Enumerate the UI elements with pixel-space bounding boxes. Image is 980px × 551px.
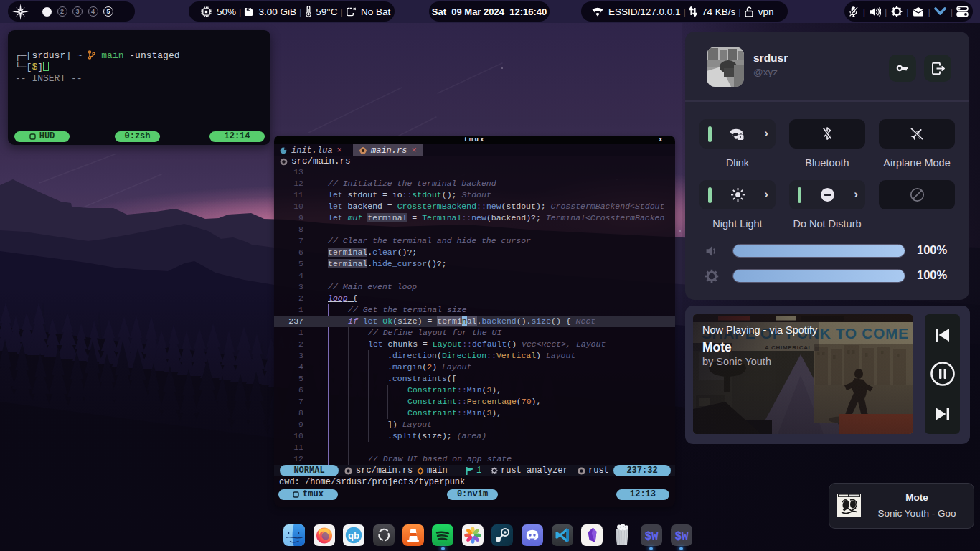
svg-text:$W: $W (644, 530, 659, 543)
svg-text:$W: $W (674, 530, 689, 543)
svg-text:qb: qb (348, 530, 359, 541)
